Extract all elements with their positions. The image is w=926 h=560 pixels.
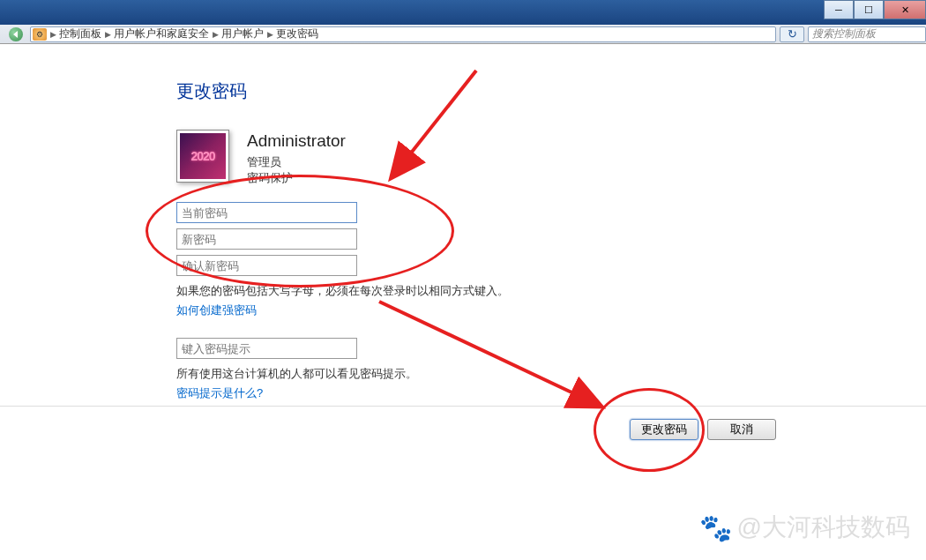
page-title: 更改密码: [176, 79, 926, 103]
hint-help-text: 所有使用这台计算机的人都可以看见密码提示。: [176, 366, 926, 382]
breadcrumb-item[interactable]: 控制面板: [57, 26, 103, 41]
breadcrumb-item[interactable]: 更改密码: [274, 26, 320, 41]
control-panel-icon: ⚙: [33, 28, 47, 41]
chevron-right-icon: ▶: [103, 30, 112, 39]
user-info-section: 2020 Administrator 管理员 密码保护: [176, 130, 926, 186]
footer-bar: 更改密码 取消: [0, 406, 926, 452]
back-icon: [9, 27, 23, 41]
breadcrumb-item[interactable]: 用户帐户和家庭安全: [112, 26, 211, 41]
chevron-right-icon: ▶: [211, 30, 220, 39]
maximize-button[interactable]: ☐: [854, 0, 884, 19]
password-hint-input[interactable]: [176, 338, 357, 359]
minimize-button[interactable]: ─: [824, 0, 854, 19]
paw-icon: 🐾: [699, 512, 732, 543]
change-password-button[interactable]: 更改密码: [630, 419, 698, 440]
refresh-icon: ↻: [788, 27, 797, 41]
chevron-right-icon: ▶: [49, 30, 57, 39]
hint-what-link[interactable]: 密码提示是什么?: [176, 385, 926, 401]
search-input[interactable]: 搜索控制面板: [808, 26, 926, 42]
window-titlebar: ─ ☐ ✕: [0, 0, 926, 25]
close-button[interactable]: ✕: [884, 0, 926, 19]
strong-password-link[interactable]: 如何创建强密码: [176, 302, 926, 318]
user-name-label: Administrator: [247, 131, 346, 151]
user-role-label: 管理员: [247, 154, 346, 170]
breadcrumb-item[interactable]: 用户帐户: [220, 26, 265, 41]
caps-hint-text: 如果您的密码包括大写字母，必须在每次登录时以相同方式键入。: [176, 283, 926, 299]
address-bar: ⚙ ▶ 控制面板 ▶ 用户帐户和家庭安全 ▶ 用户帐户 ▶ 更改密码 ↻ 搜索控…: [0, 25, 926, 44]
chevron-right-icon: ▶: [265, 30, 274, 39]
confirm-password-input[interactable]: [176, 255, 357, 276]
new-password-input[interactable]: [176, 228, 357, 250]
current-password-input[interactable]: [176, 202, 357, 223]
watermark: 🐾 @大河科技数码: [699, 511, 910, 544]
refresh-button[interactable]: ↻: [780, 26, 804, 42]
cancel-button[interactable]: 取消: [707, 419, 776, 440]
user-status-label: 密码保护: [247, 170, 346, 186]
breadcrumb[interactable]: ⚙ ▶ 控制面板 ▶ 用户帐户和家庭安全 ▶ 用户帐户 ▶ 更改密码: [30, 26, 776, 42]
avatar: 2020: [176, 130, 229, 183]
nav-back-button[interactable]: [2, 26, 30, 42]
